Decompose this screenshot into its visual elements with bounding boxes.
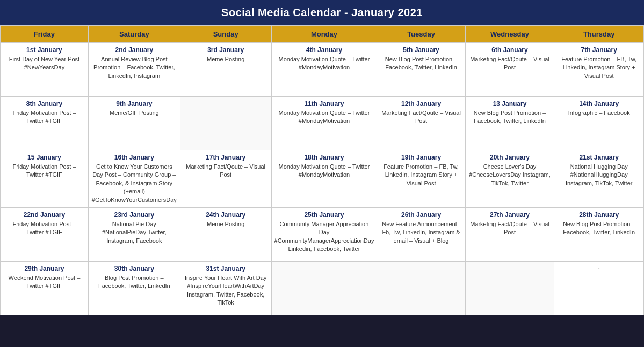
cell-date: 22nd January	[3, 211, 85, 219]
cell-content: Inspire Your Heart With Art Day #Inspire…	[183, 274, 269, 307]
cell-date: 15 January	[3, 154, 85, 161]
cell-content: `	[557, 266, 641, 274]
column-header-saturday: Saturday	[88, 26, 180, 43]
cell-date: 28th January	[557, 211, 641, 219]
cell-date: 24th January	[183, 211, 269, 219]
cell-date: 6th January	[468, 46, 552, 54]
cell-date: 16th January	[91, 154, 177, 161]
cell-date: 14th January	[557, 100, 641, 107]
cell-content: Marketing Fact/Qoute – Visual Post	[380, 109, 462, 126]
cell-date: 31st January	[183, 265, 269, 272]
calendar-cell: 19th JanuaryFeature Promotion – FB, Tw, …	[377, 150, 465, 208]
cell-content: Meme/GIF Posting	[91, 109, 177, 117]
cell-content: Marketing Fact/Qoute – Visual Post	[183, 163, 269, 179]
cell-content: Monday Motivation Quote – Twitter #Monda…	[274, 163, 374, 179]
cell-content: Marketing Fact/Qoute – Visual Post	[468, 220, 552, 237]
calendar-cell: 30th JanuaryBlog Post Promotion – Facebo…	[88, 261, 180, 315]
cell-content: Get to Know Your Customers Day Post – Co…	[91, 163, 177, 204]
calendar-cell: 7th JanuaryFeature Promotion – FB, Tw, L…	[554, 43, 644, 97]
calendar-cell: 24th JanuaryMeme Posting	[180, 207, 271, 261]
cell-content: New Blog Post Promotion – Facebook, Twit…	[380, 55, 462, 72]
cell-date: 2nd January	[91, 46, 177, 54]
cell-content: Friday Motivation Post – Twitter #TGIF	[3, 220, 85, 237]
cell-content: Community Manager Appreciation Day #Comm…	[274, 220, 374, 254]
calendar-cell: 26th JanuaryNew Feature Announcement– Fb…	[377, 207, 465, 261]
cell-content: New Feature Announcement– Fb, Tw, Linked…	[380, 220, 462, 245]
cell-date: 13 January	[468, 100, 552, 107]
cell-content: Blog Post Promotion – Facebook, Twitter,…	[91, 274, 177, 291]
calendar-cell: 17th JanuaryMarketing Fact/Qoute – Visua…	[180, 150, 271, 208]
calendar-cell	[377, 261, 465, 315]
calendar-row-5: 29th JanuaryWeekend Motivation Post – Tw…	[1, 261, 644, 315]
cell-date: 30th January	[91, 265, 177, 272]
cell-content: Infographic – Facebook	[557, 109, 641, 117]
calendar-cell: 1st JanuaryFirst Day of New Year Post #N…	[1, 43, 89, 97]
cell-date: 7th January	[557, 46, 641, 54]
column-header-sunday: Sunday	[180, 26, 271, 43]
cell-content: Monday Motivation Quote – Twitter #Monda…	[274, 109, 374, 126]
calendar-cell	[180, 97, 271, 150]
calendar-cell: 25th JanuaryCommunity Manager Appreciati…	[271, 207, 377, 261]
calendar-cell: 31st JanuaryInspire Your Heart With Art …	[180, 261, 271, 315]
column-header-friday: Friday	[1, 26, 89, 43]
calendar-row-4: 22nd JanuaryFriday Motivation Post – Twi…	[1, 207, 644, 261]
cell-date: 9th January	[91, 100, 177, 107]
calendar-row-3: 15 JanuaryFriday Motivation Post – Twitt…	[1, 150, 644, 208]
calendar-cell: 6th JanuaryMarketing Fact/Qoute – Visual…	[465, 43, 554, 97]
calendar-cell: 3rd JanuaryMeme Posting	[180, 43, 271, 97]
calendar-cell: 2nd JanuaryAnnual Review Blog Post Promo…	[88, 43, 180, 97]
calendar-cell: 14th JanuaryInfographic – Facebook	[554, 97, 644, 150]
cell-date: 5th January	[380, 46, 462, 54]
cell-content: New Blog Post Promotion – Facebook, Twit…	[557, 220, 641, 237]
calendar-cell: 27th JanuaryMarketing Fact/Qoute – Visua…	[465, 207, 554, 261]
calendar-row-2: 8th JanuaryFriday Motivation Post – Twit…	[1, 97, 644, 150]
cell-date: 26th January	[380, 211, 462, 219]
calendar-cell: 15 JanuaryFriday Motivation Post – Twitt…	[1, 150, 89, 208]
cell-date: 23rd January	[91, 211, 177, 219]
cell-date: 3rd January	[183, 46, 269, 54]
cell-date: 21st January	[557, 154, 641, 161]
calendar-cell: 9th JanuaryMeme/GIF Posting	[88, 97, 180, 150]
cell-date: 11th January	[274, 100, 374, 107]
cell-content: New Blog Post Promotion – Facebook, Twit…	[468, 109, 552, 126]
column-header-wednesday: Wednesday	[465, 26, 554, 43]
calendar-cell: 20th JanuaryCheese Lover's Day #CheeseLo…	[465, 150, 554, 208]
calendar-cell	[465, 261, 554, 315]
calendar-cell: 5th JanuaryNew Blog Post Promotion – Fac…	[377, 43, 465, 97]
cell-date: 12th January	[380, 100, 462, 107]
cell-content: Cheese Lover's Day #CheeseLoversDay Inst…	[468, 163, 552, 187]
calendar-cell: 16th JanuaryGet to Know Your Customers D…	[88, 150, 180, 208]
cell-date: 18th January	[274, 154, 374, 161]
cell-content: Meme Posting	[183, 220, 269, 228]
cell-date: 17th January	[183, 154, 269, 161]
calendar-cell: 8th JanuaryFriday Motivation Post – Twit…	[1, 97, 89, 150]
cell-content: Feature Promotion – FB, Tw, LinkedIn, In…	[557, 55, 641, 80]
cell-date: 20th January	[468, 154, 552, 161]
calendar-cell: 4th JanuaryMonday Motivation Quote – Twi…	[271, 43, 377, 97]
calendar-cell: `	[554, 261, 644, 315]
cell-content: Marketing Fact/Qoute – Visual Post	[468, 55, 552, 72]
cell-content: Monday Motivation Quote – Twitter #Monda…	[274, 55, 374, 72]
cell-content: Annual Review Blog Post Promotion – Face…	[91, 55, 177, 80]
cell-date: 8th January	[3, 100, 85, 107]
cell-date: 27th January	[468, 211, 552, 219]
calendar-cell: 18th JanuaryMonday Motivation Quote – Tw…	[271, 150, 377, 208]
calendar-cell: 28th JanuaryNew Blog Post Promotion – Fa…	[554, 207, 644, 261]
cell-date: 29th January	[3, 265, 85, 272]
cell-content: Friday Motivation Post – Twitter #TGIF	[3, 163, 85, 179]
cell-content: National Pie Day #NationalPieDay Twitter…	[91, 220, 177, 245]
calendar-cell	[271, 261, 377, 315]
calendar-row-1: 1st JanuaryFirst Day of New Year Post #N…	[1, 43, 644, 97]
calendar-cell: 13 JanuaryNew Blog Post Promotion – Face…	[465, 97, 554, 150]
cell-content: First Day of New Year Post #NewYearsDay	[3, 55, 85, 72]
calendar-cell: 23rd JanuaryNational Pie Day #NationalPi…	[88, 207, 180, 261]
cell-content: Weekend Motivation Post – Twitter #TGIF	[3, 274, 85, 291]
calendar-cell: 21st JanuaryNational Hugging Day #Nation…	[554, 150, 644, 208]
calendar-cell: 22nd JanuaryFriday Motivation Post – Twi…	[1, 207, 89, 261]
cell-date: 19th January	[380, 154, 462, 161]
cell-date: 1st January	[3, 46, 85, 54]
cell-content: Friday Motivation Post – Twitter #TGIF	[3, 109, 85, 126]
cell-date: 25th January	[274, 211, 374, 219]
calendar-cell: 12th JanuaryMarketing Fact/Qoute – Visua…	[377, 97, 465, 150]
calendar-table: FridaySaturdaySundayMondayTuesdayWednesd…	[0, 25, 644, 315]
